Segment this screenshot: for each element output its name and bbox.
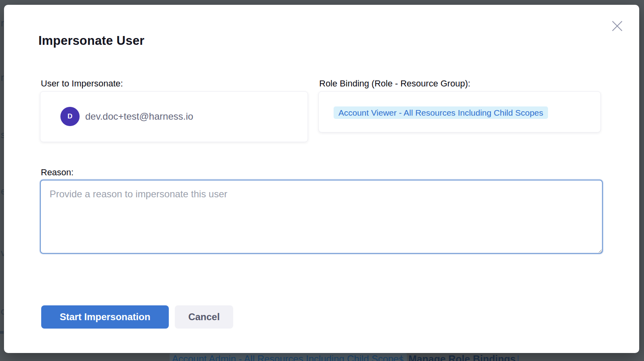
background-table-row: Account Admin - All Resources Including … [0,353,644,361]
start-impersonation-button[interactable]: Start Impersonation [41,305,169,329]
impersonate-user-dialog: Impersonate User User to Impersonate: D … [4,5,639,353]
background-text-fragment: r [1,73,4,82]
user-email: dev.doc+test@harness.io [85,111,193,122]
role-binding-tag: Account Viewer - All Resources Including… [334,106,548,119]
background-role-binding-tag: Account Admin - All Resources Including … [170,353,407,361]
role-binding-label: Role Binding (Role - Resource Group): [319,78,470,89]
close-icon[interactable] [611,20,623,32]
user-card: D dev.doc+test@harness.io [40,91,308,142]
background-text-fragment: r [1,18,4,28]
background-manage-role-bindings-link: Manage Role Bindings [408,354,516,361]
close-x-glyph [612,21,622,31]
role-binding-card: Account Viewer - All Resources Including… [318,91,601,132]
user-to-impersonate-label: User to Impersonate: [41,78,123,89]
reason-label: Reason: [41,167,74,178]
background-text-fragment [0,331,4,334]
cancel-button[interactable]: Cancel [175,305,233,329]
user-row: D dev.doc+test@harness.io [60,107,193,126]
dialog-title: Impersonate User [38,34,144,48]
reason-input[interactable] [40,180,603,254]
background-separator: | [400,354,402,361]
background-separator: | [517,354,519,361]
avatar: D [60,107,80,126]
